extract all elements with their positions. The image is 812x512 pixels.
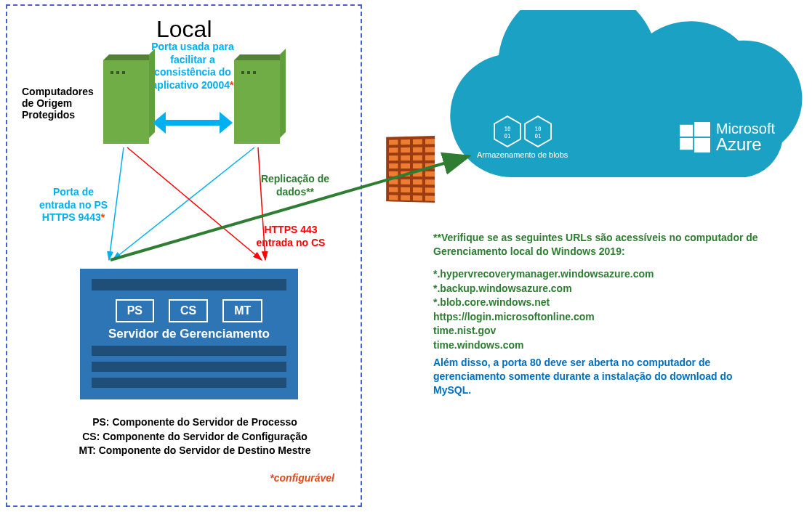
blob-storage: 1001 1001 Armazenamento de blobs — [477, 115, 568, 159]
configurable-note: *configurável — [270, 472, 334, 484]
svg-text:01: 01 — [504, 133, 511, 139]
azure-cloud: 1001 1001 Armazenamento de blobs Microso… — [433, 10, 804, 221]
svg-rect-12 — [694, 122, 710, 137]
url-item: *.blob.core.windows.net — [433, 296, 782, 310]
svg-line-1 — [113, 147, 254, 260]
url-item: *.backup.windowsazure.com — [433, 282, 782, 296]
url-item: *.hypervrecoverymanager.windowsazure.com — [433, 267, 782, 282]
local-panel: Local Porta usada para facilitar a consi… — [6, 4, 362, 507]
legend-ps: PS: Componente do Servidor de Processo — [49, 415, 340, 430]
svg-text:10: 10 — [504, 126, 511, 132]
server-icon — [103, 60, 149, 144]
blob-storage-label: Armazenamento de blobs — [477, 150, 568, 159]
port-80-note: Além disso, a porta 80 deve ser aberta n… — [433, 356, 760, 397]
azure-logo: Microsoft Azure — [680, 121, 775, 153]
url-item: time.nist.gov — [433, 324, 782, 338]
svg-text:10: 10 — [534, 126, 542, 132]
url-item: time.windows.com — [433, 338, 782, 353]
replication-label: Replicação de dados** — [252, 173, 339, 198]
url-list: *.hypervrecoverymanager.windowsazure.com… — [433, 267, 782, 353]
verify-urls-text: **Verifique se as seguintes URLs são ace… — [433, 231, 785, 259]
local-title: Local — [156, 16, 212, 43]
https-443-label: HTTPS 443 entrada no CS — [247, 224, 334, 249]
mt-component: MT — [222, 299, 262, 322]
blob-hex-icon: 1001 — [524, 115, 552, 147]
svg-line-2 — [127, 147, 262, 260]
port-20004-label: Porta usada para facilitar a consistênci… — [145, 41, 240, 92]
server-icon — [234, 60, 280, 144]
windows-icon — [680, 122, 710, 153]
url-item: https://login.microsoftonline.com — [433, 310, 782, 325]
svg-rect-11 — [680, 125, 693, 137]
bidirectional-arrow-icon — [153, 112, 233, 134]
management-server-label: Servidor de Gerenciamento — [80, 327, 298, 341]
blob-hex-icon: 1001 — [494, 115, 521, 147]
protected-source-label: Computadores de Origem Protegidos — [22, 86, 102, 121]
svg-rect-13 — [680, 138, 693, 150]
component-legend: PS: Componente do Servidor de Processo C… — [49, 415, 340, 458]
ps-component: PS — [116, 299, 154, 322]
cs-component: CS — [169, 299, 208, 322]
port-ps-label: Porta de entrada no PS HTTPS 9443* — [33, 186, 113, 224]
svg-text:01: 01 — [534, 133, 542, 139]
management-server: PS CS MT Servidor de Gerenciamento — [80, 269, 298, 399]
azure-brand-2: Azure — [716, 136, 775, 153]
svg-rect-14 — [694, 138, 710, 153]
firewall-icon — [386, 136, 435, 203]
legend-mt: MT: Componente do Servidor de Destino Me… — [49, 444, 340, 458]
legend-cs: CS: Componente do Servidor de Configuraç… — [49, 430, 340, 444]
